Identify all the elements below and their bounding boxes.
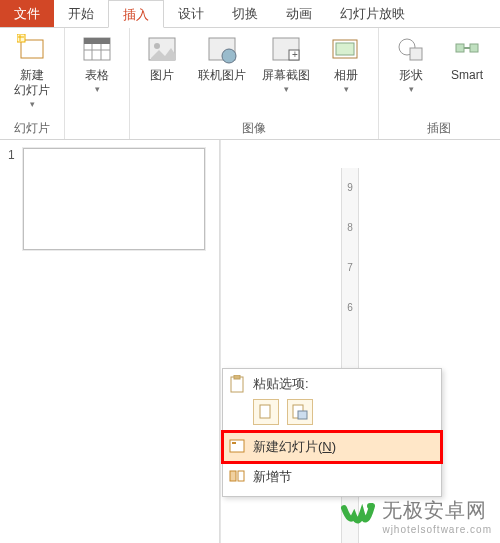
paste-options-label: 粘贴选项:: [253, 375, 309, 393]
tab-transition[interactable]: 切换: [218, 0, 272, 27]
online-picture-button[interactable]: 联机图片: [194, 32, 250, 83]
context-menu: 粘贴选项: 新建幻灯片(N) 新增节: [222, 368, 442, 497]
svg-rect-24: [230, 471, 236, 481]
paste-picture-button[interactable]: [287, 399, 313, 425]
svg-rect-0: [21, 40, 43, 58]
group-images: 图片 联机图片 + 屏幕截图 ▾ 相册 ▾ 图像: [130, 28, 379, 139]
tab-animation[interactable]: 动画: [272, 0, 326, 27]
ruler-tick: 7: [342, 248, 358, 288]
paste-options-row: [223, 395, 441, 432]
svg-rect-12: [336, 43, 354, 55]
svg-rect-1: [17, 34, 25, 42]
svg-rect-25: [238, 471, 244, 481]
svg-point-26: [367, 503, 373, 509]
shapes-button[interactable]: 形状 ▾: [387, 32, 435, 94]
table-icon: [80, 32, 114, 66]
group-illustrations-label: 插图: [427, 118, 451, 137]
menu-new-section-label: 新增节: [253, 468, 292, 486]
shapes-icon: [394, 32, 428, 66]
ruler-tick: 6: [342, 288, 358, 328]
dropdown-caret-icon: ▾: [30, 99, 35, 109]
dropdown-caret-icon: ▾: [409, 84, 414, 94]
new-section-icon: [229, 469, 245, 486]
group-slides-label: 幻灯片: [14, 118, 50, 137]
picture-icon: [145, 32, 179, 66]
online-picture-label: 联机图片: [198, 68, 246, 83]
table-button[interactable]: 表格 ▾: [73, 32, 121, 94]
smart-label: Smart: [451, 68, 483, 83]
table-label: 表格: [85, 68, 109, 83]
tab-insert[interactable]: 插入: [108, 0, 164, 28]
paste-options-header: 粘贴选项:: [223, 373, 441, 395]
album-icon: [329, 32, 363, 66]
screenshot-icon: +: [269, 32, 303, 66]
menu-new-slide[interactable]: 新建幻灯片(N): [223, 432, 441, 462]
album-button[interactable]: 相册 ▾: [322, 32, 370, 94]
svg-rect-3: [84, 38, 110, 44]
shapes-label: 形状: [399, 68, 423, 83]
svg-rect-21: [298, 411, 307, 419]
clipboard-icon: [229, 375, 245, 396]
ruler-tick: 8: [342, 208, 358, 248]
tab-file[interactable]: 文件: [0, 0, 54, 27]
group-slides: 新建 幻灯片 ▾ 幻灯片: [0, 28, 65, 139]
svg-rect-14: [410, 48, 422, 60]
slide-thumbnail-panel: 1: [0, 140, 220, 543]
svg-point-7: [222, 49, 236, 63]
group-tables: 表格 ▾: [65, 28, 130, 139]
screenshot-label: 屏幕截图: [262, 68, 310, 83]
slide-thumbnail[interactable]: [23, 148, 205, 250]
new-slide-icon: [229, 439, 245, 456]
ruler-tick: 9: [342, 168, 358, 208]
picture-button[interactable]: 图片: [138, 32, 186, 83]
slide-number: 1: [8, 148, 15, 162]
group-tables-label: [95, 121, 98, 137]
ribbon-tabs: 文件 开始 插入 设计 切换 动画 幻灯片放映: [0, 0, 500, 28]
album-label: 相册: [334, 68, 358, 83]
svg-rect-15: [456, 44, 464, 52]
svg-rect-22: [230, 440, 244, 452]
dropdown-caret-icon: ▾: [284, 84, 289, 94]
svg-rect-16: [470, 44, 478, 52]
svg-rect-23: [232, 442, 236, 444]
svg-rect-18: [234, 375, 240, 379]
screenshot-button[interactable]: + 屏幕截图 ▾: [258, 32, 314, 94]
new-slide-button[interactable]: 新建 幻灯片 ▾: [8, 32, 56, 109]
tab-slideshow[interactable]: 幻灯片放映: [326, 0, 419, 27]
smart-icon: [450, 32, 484, 66]
paste-keep-source-button[interactable]: [253, 399, 279, 425]
online-picture-icon: [205, 32, 239, 66]
watermark-logo-icon: [340, 498, 376, 534]
group-images-label: 图像: [242, 118, 266, 137]
menu-new-section[interactable]: 新增节: [223, 462, 441, 492]
dropdown-caret-icon: ▾: [95, 84, 100, 94]
ribbon-body: 新建 幻灯片 ▾ 幻灯片 表格 ▾ 图片 联机图片: [0, 28, 500, 140]
group-illustrations: 形状 ▾ Smart 插图: [379, 28, 499, 139]
smart-button[interactable]: Smart: [443, 32, 491, 83]
svg-text:+: +: [292, 49, 298, 60]
menu-new-slide-label: 新建幻灯片(N): [253, 438, 336, 456]
watermark-text: 无极安卓网: [382, 497, 492, 524]
tab-home[interactable]: 开始: [54, 0, 108, 27]
picture-label: 图片: [150, 68, 174, 83]
new-slide-label: 新建 幻灯片: [14, 68, 50, 98]
svg-rect-19: [260, 405, 270, 418]
new-slide-icon: [15, 32, 49, 66]
watermark: 无极安卓网 wjhotelsoftware.com: [340, 497, 492, 535]
watermark-subtext: wjhotelsoftware.com: [382, 524, 492, 535]
tab-design[interactable]: 设计: [164, 0, 218, 27]
svg-point-5: [154, 43, 160, 49]
dropdown-caret-icon: ▾: [344, 84, 349, 94]
